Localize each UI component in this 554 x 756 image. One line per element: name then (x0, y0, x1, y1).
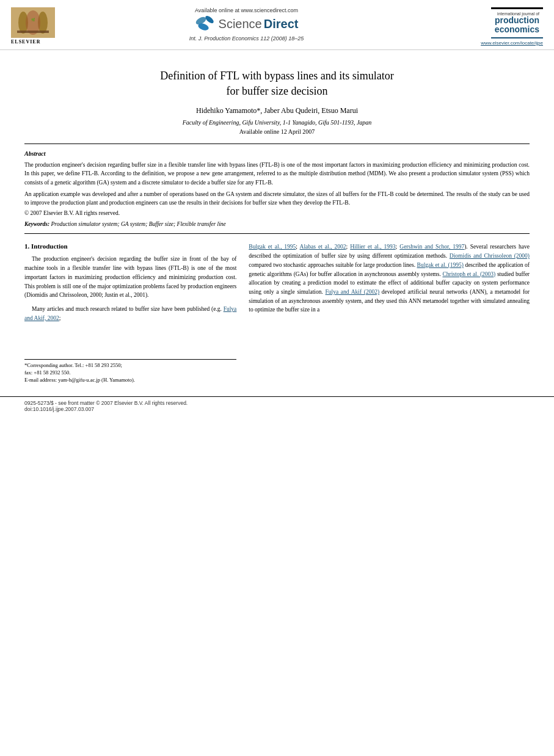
abstract-para1: The production engineer's decision regar… (24, 161, 530, 187)
abstract-para2: An application example was developed and… (24, 190, 530, 208)
journal-title-box: international journal of production econ… (433, 7, 543, 46)
section1-right-para1: Bulgak et al., 1995; Alabas et al., 2002… (249, 242, 530, 314)
section1-title: 1. Introduction (24, 242, 236, 250)
body-columns: 1. Introduction The production engineer'… (24, 242, 530, 384)
bottom-bar: 0925-5273/$ - see front matter © 2007 El… (0, 396, 554, 415)
elsevier-logo: 🌿 ELSEVIER (11, 7, 60, 45)
available-date: Available online 12 April 2007 (24, 128, 530, 135)
affiliation: Faculty of Engineering, Gifu University,… (24, 119, 530, 126)
sciencedirect-header: Available online at www.sciencedirect.co… (60, 7, 433, 42)
svg-rect-4 (17, 31, 49, 33)
title-divider (24, 144, 530, 144)
svg-text:🌿: 🌿 (31, 18, 35, 22)
section1-para2: Many articles and much research related … (24, 305, 236, 322)
left-column: 1. Introduction The production engineer'… (24, 242, 236, 384)
keywords: Keywords: Production simulator system; G… (24, 221, 530, 227)
section1-para1: The production engineer's decision regar… (24, 255, 236, 300)
authors: Hidehiko Yamamoto*, Jaber Abu Qudeiri, E… (24, 106, 530, 115)
sciencedirect-logo: ScienceDirect (195, 15, 299, 33)
abstract-divider (24, 233, 530, 234)
footnote-section: *Corresponding author. Tel.: +81 58 293 … (24, 359, 236, 384)
copyright: © 2007 Elsevier B.V. All rights reserved… (24, 210, 530, 216)
journal-title-main: production economics (495, 16, 539, 35)
title-section: Definition of FTL with bypass lines and … (24, 68, 530, 135)
right-column: Bulgak et al., 1995; Alabas et al., 2002… (249, 242, 530, 384)
abstract-section: Abstract The production engineer's decis… (24, 150, 530, 227)
article-title: Definition of FTL with bypass lines and … (24, 68, 530, 99)
